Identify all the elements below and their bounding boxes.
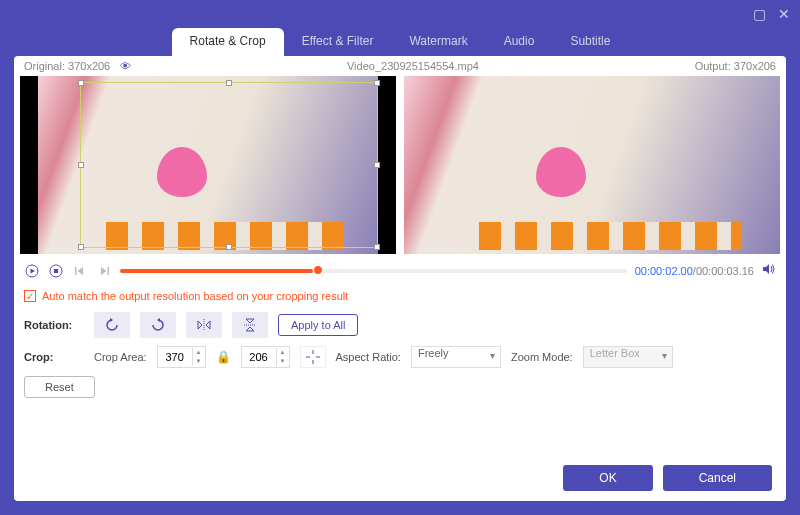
preview-eye-icon[interactable]: 👁 <box>120 60 131 72</box>
width-up-icon[interactable]: ▲ <box>193 348 205 357</box>
center-crop-button[interactable] <box>300 346 326 368</box>
tab-audio[interactable]: Audio <box>486 28 553 56</box>
aspect-ratio-label: Aspect Ratio: <box>336 351 401 363</box>
automatch-row: ✓ Auto match the output resolution based… <box>14 284 786 308</box>
crop-area-label: Crop Area: <box>94 351 147 363</box>
apply-to-all-button[interactable]: Apply to All <box>278 314 358 336</box>
svg-marker-6 <box>101 267 107 275</box>
seek-slider[interactable] <box>120 269 627 273</box>
rotate-left-button[interactable] <box>94 312 130 338</box>
play-button[interactable] <box>24 263 40 279</box>
crop-width-field[interactable] <box>158 351 192 363</box>
svg-marker-1 <box>31 269 36 274</box>
original-image <box>38 76 378 254</box>
seek-fill <box>120 269 313 273</box>
svg-marker-8 <box>763 264 769 274</box>
time-display: 00:00:02.00/00:00:03.16 <box>635 265 754 277</box>
crop-height-input[interactable]: ▲▼ <box>241 346 290 368</box>
stop-button[interactable] <box>48 263 64 279</box>
original-preview[interactable] <box>20 76 396 254</box>
svg-marker-15 <box>246 319 254 323</box>
volume-icon[interactable] <box>762 262 776 280</box>
output-preview <box>404 76 780 254</box>
automatch-label: Auto match the output resolution based o… <box>42 290 348 302</box>
zoom-mode-select[interactable]: Letter Box <box>583 346 673 368</box>
tab-watermark[interactable]: Watermark <box>391 28 485 56</box>
svg-rect-4 <box>75 267 77 275</box>
original-label: Original: 370x206 <box>24 60 110 72</box>
reset-row: Reset <box>14 372 786 402</box>
tab-effect-filter[interactable]: Effect & Filter <box>284 28 392 56</box>
width-down-icon[interactable]: ▼ <box>193 357 205 366</box>
filename-label: Video_230925154554.mp4 <box>347 60 479 72</box>
output-label: Output: 370x206 <box>695 60 776 72</box>
footer-buttons: OK Cancel <box>563 465 772 491</box>
output-image <box>404 76 780 254</box>
playback-bar: 00:00:02.00/00:00:03.16 <box>14 258 786 284</box>
rotation-label: Rotation: <box>24 319 84 331</box>
aspect-ratio-select[interactable]: Freely <box>411 346 501 368</box>
reset-button[interactable]: Reset <box>24 376 95 398</box>
titlebar: ▢ ✕ <box>0 0 800 28</box>
next-frame-button[interactable] <box>96 263 112 279</box>
tab-bar: Rotate & Crop Effect & Filter Watermark … <box>0 28 800 56</box>
ok-button[interactable]: OK <box>563 465 652 491</box>
seek-thumb[interactable] <box>313 265 323 275</box>
tab-subtitle[interactable]: Subtitle <box>552 28 628 56</box>
crop-row: Crop: Crop Area: ▲▼ 🔒 ▲▼ Aspect Ratio: F… <box>14 342 786 372</box>
svg-rect-3 <box>54 269 58 273</box>
svg-marker-9 <box>110 318 113 322</box>
tab-rotate-crop[interactable]: Rotate & Crop <box>172 28 284 56</box>
flip-vertical-button[interactable] <box>232 312 268 338</box>
minimize-icon[interactable]: ▢ <box>753 6 766 22</box>
cancel-button[interactable]: Cancel <box>663 465 772 491</box>
info-bar: Original: 370x206 👁 Video_230925154554.m… <box>14 56 786 76</box>
flip-horizontal-button[interactable] <box>186 312 222 338</box>
automatch-checkbox[interactable]: ✓ <box>24 290 36 302</box>
rotation-row: Rotation: Apply to All <box>14 308 786 342</box>
svg-marker-16 <box>246 327 254 331</box>
preview-area <box>14 76 786 254</box>
rotate-right-button[interactable] <box>140 312 176 338</box>
aspect-lock-icon[interactable]: 🔒 <box>216 350 231 364</box>
crop-height-field[interactable] <box>242 351 276 363</box>
close-icon[interactable]: ✕ <box>778 6 790 22</box>
height-down-icon[interactable]: ▼ <box>277 357 289 366</box>
content-panel: Original: 370x206 👁 Video_230925154554.m… <box>14 56 786 501</box>
svg-marker-13 <box>206 321 210 329</box>
editor-window: ▢ ✕ Rotate & Crop Effect & Filter Waterm… <box>0 0 800 515</box>
svg-marker-10 <box>157 318 160 322</box>
svg-rect-7 <box>108 267 110 275</box>
zoom-mode-label: Zoom Mode: <box>511 351 573 363</box>
crop-label: Crop: <box>24 351 84 363</box>
svg-marker-5 <box>78 267 84 275</box>
prev-frame-button[interactable] <box>72 263 88 279</box>
svg-marker-12 <box>198 321 202 329</box>
height-up-icon[interactable]: ▲ <box>277 348 289 357</box>
crop-width-input[interactable]: ▲▼ <box>157 346 206 368</box>
